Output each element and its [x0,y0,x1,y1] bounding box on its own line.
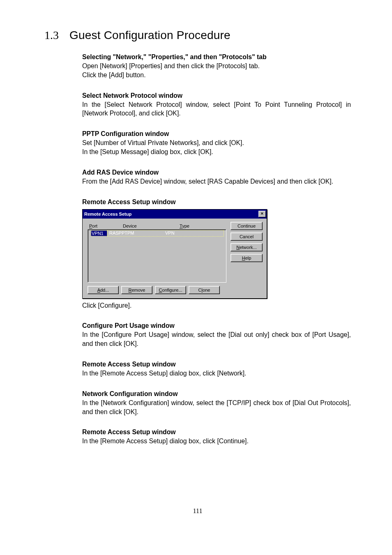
clone-button[interactable]: Clone [189,286,220,294]
heading: Remote Access Setup window [82,428,351,436]
remove-button[interactable]: Remove [121,286,152,294]
body-line: From the [Add RAS Device] window, select… [82,177,351,186]
heading: Add RAS Device window [82,169,351,176]
remote-access-setup-dialog: Remote Access Setup ✕ Port Device Type [82,209,267,299]
page-number: 111 [44,507,351,515]
body-line: In the [Configure Port Usage] window, se… [82,330,351,348]
configure-button[interactable]: Configure... [155,286,186,294]
heading: Network Configuration window [82,390,351,398]
help-button[interactable]: Help [231,254,263,262]
add-button[interactable]: Add... [88,286,119,294]
block-remote-access-setup-2: Remote Access Setup window In the [Remot… [82,361,351,378]
cell-device: RASPPTPM [109,230,165,236]
body-line: In the [Setup Message] dialog box, click… [82,147,351,157]
body-line: Click the [Add] button. [82,71,351,80]
column-port[interactable]: Port [89,223,123,228]
heading: Configure Port Usage window [82,322,351,329]
column-device[interactable]: Device [123,223,180,228]
cell-type: VPN [165,230,222,236]
cancel-button[interactable]: Cancel [231,233,263,241]
body-line: In the [Remote Access Setup] dialog box,… [82,369,351,378]
list-header: Port Device Type [87,222,227,229]
block-network-configuration: Network Configuration window In the [Net… [82,390,351,417]
body-line: Open [Network] [Properties] and then cli… [82,62,351,71]
block-selecting-network: Selecting "Network," "Properties," and t… [82,53,351,80]
heading: Select Network Protocol window [82,92,351,99]
block-remote-access-setup-1: Remote Access Setup window Remote Access… [82,198,351,310]
body-line: In the [Select Network Protocol] window,… [82,100,351,118]
continue-button[interactable]: Continue [231,222,263,230]
block-remote-access-setup-3: Remote Access Setup window In the [Remot… [82,428,351,446]
heading: PPTP Configuration window [82,130,351,138]
block-add-ras-device: Add RAS Device window From the [Add RAS … [82,169,351,186]
section-header: 1.3 Guest Configuration Procedure [44,29,351,42]
network-button[interactable]: Network... [231,243,263,251]
section-title: Guest Configuration Procedure [69,29,231,42]
block-select-network-protocol: Select Network Protocol window In the [S… [82,92,351,118]
device-list[interactable]: VPN1 RASPPTPM VPN [88,229,226,283]
section-number: 1.3 [44,29,59,42]
close-icon[interactable]: ✕ [258,211,266,217]
body-line: In the [Remote Access Setup] dialog box,… [82,437,351,446]
block-configure-port-usage: Configure Port Usage window In the [Conf… [82,322,351,348]
body-line: Set [Number of Virtual Private Networks]… [82,138,351,147]
column-type[interactable]: Type [180,223,225,228]
list-row[interactable]: VPN1 RASPPTPM VPN [88,230,226,237]
dialog-title: Remote Access Setup [84,212,131,216]
heading: Remote Access Setup window [82,361,351,368]
dialog-titlebar: Remote Access Setup ✕ [83,210,267,219]
heading: Selecting "Network," "Properties," and t… [82,53,351,61]
heading: Remote Access Setup window [82,198,351,206]
block-pptp-configuration: PPTP Configuration window Set [Number of… [82,130,351,157]
body-line: In the [Network Configuration] window, s… [82,398,351,417]
body-line: Click [Configure]. [82,301,351,310]
cell-port: VPN1 [91,230,107,236]
